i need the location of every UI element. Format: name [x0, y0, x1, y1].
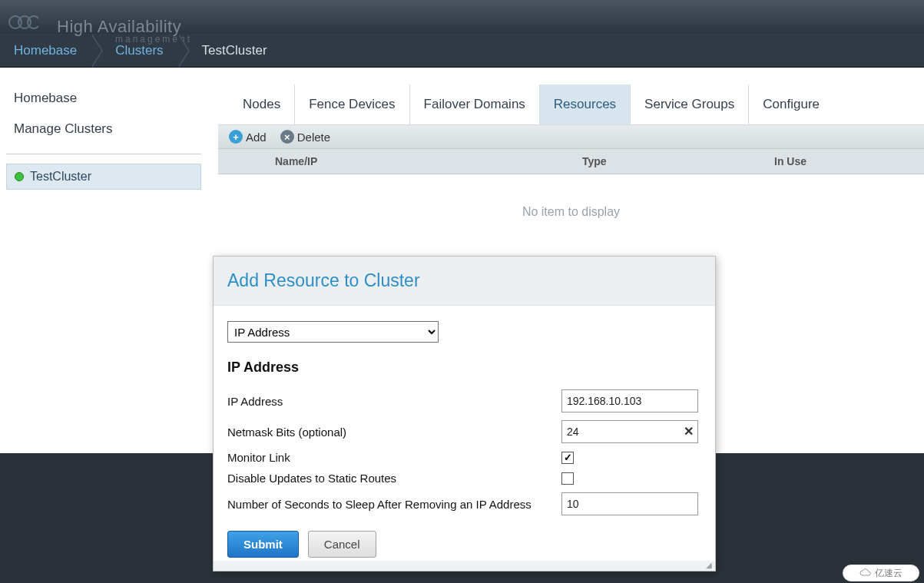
tab-failover-domains[interactable]: Failover Domains	[410, 84, 540, 124]
sidebar-homebase[interactable]: Homebase	[6, 83, 201, 114]
logo-icon	[8, 11, 38, 34]
add-resource-dialog: Add Resource to Cluster IP Address IP Ad…	[213, 256, 716, 571]
plus-icon: +	[229, 130, 243, 144]
sleep-seconds-input[interactable]	[561, 492, 698, 515]
tab-bar: Nodes Fence Devices Failover Domains Res…	[218, 84, 924, 125]
sidebar-cluster-item[interactable]: TestCluster	[6, 164, 201, 190]
submit-button[interactable]: Submit	[227, 531, 299, 558]
sleep-seconds-label: Number of Seconds to Sleep After Removin…	[227, 498, 561, 511]
breadcrumb-bar: Homebase Clusters TestCluster	[0, 34, 924, 68]
netmask-label: Netmask Bits (optional)	[227, 426, 561, 439]
ip-address-input[interactable]	[561, 389, 698, 412]
cancel-button[interactable]: Cancel	[308, 531, 376, 558]
disable-updates-label: Disable Updates to Static Routes	[227, 472, 561, 485]
watermark-text: 亿速云	[875, 567, 902, 580]
tab-configure[interactable]: Configure	[749, 84, 833, 124]
disable-updates-checkbox[interactable]	[561, 472, 574, 485]
app-header: High Availability management	[0, 0, 924, 34]
tab-nodes[interactable]: Nodes	[229, 84, 295, 124]
tab-resources[interactable]: Resources	[540, 84, 631, 124]
breadcrumb-homebase[interactable]: Homebase	[0, 34, 91, 67]
ip-address-label: IP Address	[227, 395, 561, 408]
table-header: Name/IP Type In Use	[218, 149, 924, 174]
resize-handle[interactable]: ◢	[214, 561, 715, 571]
x-icon: ×	[280, 130, 294, 144]
tab-service-groups[interactable]: Service Groups	[631, 84, 749, 124]
sidebar-manage-clusters[interactable]: Manage Clusters	[6, 114, 201, 144]
status-dot-icon	[15, 172, 24, 181]
delete-label: Delete	[297, 131, 330, 144]
dialog-title: Add Resource to Cluster	[214, 257, 715, 306]
col-in-use: In Use	[774, 155, 913, 167]
cloud-icon	[859, 568, 872, 578]
monitor-link-checkbox[interactable]	[561, 452, 574, 464]
clear-icon[interactable]: ✕	[684, 424, 694, 439]
add-label: Add	[246, 131, 267, 144]
section-heading: IP Address	[227, 359, 701, 376]
sidebar: Homebase Manage Clusters TestCluster	[0, 68, 207, 453]
breadcrumb-clusters[interactable]: Clusters	[91, 34, 177, 67]
col-type: Type	[582, 155, 774, 167]
svg-point-2	[28, 16, 38, 28]
sidebar-divider	[6, 154, 201, 154]
monitor-link-label: Monitor Link	[227, 451, 561, 464]
toolbar: + Add × Delete	[218, 125, 924, 149]
add-button[interactable]: + Add	[229, 130, 267, 144]
sidebar-cluster-label: TestCluster	[30, 170, 91, 184]
empty-message: No item to display	[218, 174, 924, 250]
delete-button[interactable]: × Delete	[280, 130, 330, 144]
tab-fence-devices[interactable]: Fence Devices	[295, 84, 409, 124]
watermark: 亿速云	[843, 565, 919, 581]
netmask-input[interactable]	[561, 420, 698, 443]
resource-type-select[interactable]: IP Address	[227, 321, 439, 343]
logo-title: High Availability	[46, 0, 192, 37]
breadcrumb-current: TestCluster	[177, 34, 281, 67]
col-name-ip: Name/IP	[275, 155, 582, 167]
